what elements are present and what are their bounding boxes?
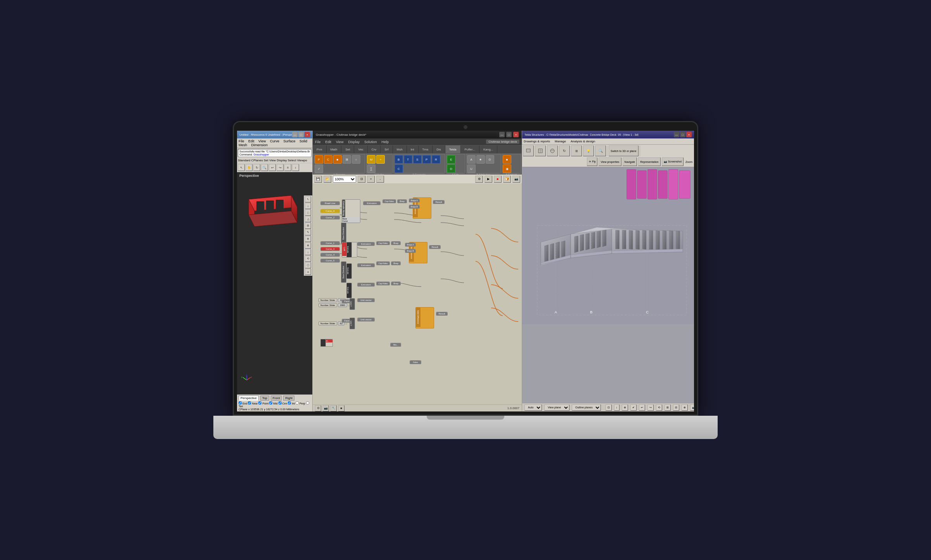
tekla-btn-fly[interactable]: ✈ Fly [587,157,597,166]
node-holes-bottom[interactable]: Holes [410,360,421,364]
node-unit-y-2[interactable]: Unit Y [350,318,355,329]
node-curve-2[interactable]: Curve_2 [320,216,340,220]
rhino-menu-file[interactable]: File [239,139,244,143]
rhino-tool-zoom[interactable]: 🔍 [261,164,268,171]
rhino-close-btn[interactable]: × [305,132,310,137]
gh-tab-label[interactable]: Civilmax bridge deck [486,140,519,144]
rhino-side-tool-6[interactable]: ✎ [305,229,311,235]
node-cap-holes-2[interactable]: Cap Holes [376,241,390,245]
tekla-bottom-btn-6[interactable]: ↪ [647,404,654,411]
gh-rtab-msh[interactable]: Msh [393,145,407,153]
node-breps-a-1[interactable]: Breps A [409,199,420,202]
gh-tb-save[interactable]: 💾 [314,176,322,183]
snap-near[interactable] [248,401,251,404]
node-brep-2[interactable]: Brep [391,241,401,245]
gh-rtab-srf[interactable]: Srf [381,145,393,153]
gh-icon-6-1[interactable]: ■ [503,155,511,164]
gh-status-icon-1[interactable]: ⚙ [315,405,321,411]
node-result-2[interactable]: Result [429,245,441,249]
tekla-bottom-btn-7[interactable]: ⟲ [656,404,662,411]
rhino-side-tool-12[interactable]: ≡ [305,269,311,275]
tekla-bottom-btn-11[interactable]: 📷 [690,404,694,411]
gh-icon-4-1[interactable]: E [447,155,455,164]
rhino-tool-layer[interactable]: ≡ [284,164,291,171]
tekla-tool-3[interactable] [547,145,558,156]
node-breps-b-2[interactable]: Breps B [405,249,416,253]
gh-status-icon-4[interactable]: ■ [338,405,344,411]
gh-icon-5-1[interactable]: A [467,155,476,164]
tekla-menu-manage[interactable]: Manage [555,140,566,143]
rhino-menu-edit[interactable]: Edit [248,139,254,143]
gh-tb-zoom-in[interactable]: + [367,176,375,183]
tekla-close-btn[interactable]: × [686,132,692,137]
tekla-btn-switch-3d[interactable]: Switch to 3D or plane [609,145,639,156]
gh-icon-concrete-4[interactable]: P [422,155,431,164]
rhino-tool-redo[interactable]: ↪ [277,164,284,171]
gh-icon-5-3[interactable]: ⊙ [486,155,494,164]
snap-end[interactable] [239,401,242,404]
node-unit-vector-1[interactable]: Unit vector [357,298,375,302]
tekla-btn-screenshot[interactable]: 📷 Screenshot [662,157,684,166]
gh-icon-math-1[interactable]: M [367,155,376,164]
bottom-node-12[interactable] [320,339,326,347]
tekla-view-plane-select[interactable]: View plane [544,404,569,411]
rhino-side-tool-11[interactable]: ⬡ [305,262,311,268]
gh-icon-params-1[interactable]: P [315,155,323,164]
node-base-dir-2[interactable]: Base Direction [341,261,346,283]
gh-status-icon-3[interactable]: 🔧 [331,405,337,411]
node-extrusion-3[interactable]: Extrusion [357,263,375,267]
node-curve-5[interactable]: Curve_5 [320,259,340,263]
rhino-viewport[interactable]: Perspective [237,172,312,394]
rhino-vp-tab-perspective[interactable]: Perspective [239,396,259,401]
node-result-3[interactable]: Result [436,312,448,316]
gh-zoom-select[interactable]: 100% 75% 50% 125% [333,176,356,183]
gh-icon-concrete-1[interactable]: B [395,155,403,164]
gh-menu-view[interactable]: View [336,140,343,144]
tekla-bottom-btn-8[interactable]: ⊞ [665,404,671,411]
gh-icon-concrete-3[interactable]: S [413,155,422,164]
gh-minimize-btn[interactable]: — [499,132,505,137]
node-brep-3[interactable]: Brep [391,261,401,265]
node-cap-holes-1[interactable]: Cap Holes [382,199,396,203]
gh-icon-concrete-2[interactable]: T [404,155,412,164]
tekla-bottom-btn-10[interactable]: ⊕ [682,404,688,411]
node-extrusion-4[interactable]: Extrusion [357,283,375,287]
tekla-viewport[interactable]: A B C [522,168,694,403]
slider-2-value[interactable]: 2800 [338,303,347,307]
rhino-side-tool-7[interactable]: ⊕ [305,236,311,242]
rhino-tool-select[interactable]: ↖ [238,164,245,171]
tekla-bottom-btn-4[interactable]: ✔ [630,404,637,411]
node-curve-3[interactable]: Curve_3 [320,247,340,251]
tekla-auto-select[interactable]: Auto [524,404,542,411]
tekla-btn-navigate[interactable]: Navigate [623,157,637,166]
tekla-tool-redraw[interactable]: ↻ [559,145,570,156]
gh-menu-solution[interactable]: Solution [364,140,377,144]
gh-tb-camera[interactable]: 📷 [512,176,520,183]
rhino-tool-rotate[interactable]: ↻ [253,164,260,171]
node-curve-a[interactable]: Curve_A [320,209,340,213]
gh-maximize-btn[interactable]: □ [506,132,512,137]
gh-menu-file[interactable]: File [315,140,321,144]
gh-close-btn[interactable]: × [513,132,519,137]
node-breps-a-2[interactable]: Breps A [405,243,416,247]
slider-node-2[interactable]: Number Slider 2800 ⊙ [318,303,350,307]
rhino-menu-dim[interactable]: Dimension [251,143,268,147]
tekla-tool-1[interactable] [523,145,534,156]
node-brep-1[interactable]: Brep [397,199,407,203]
gh-rtab-tekla[interactable]: Tekla [445,145,461,153]
rhino-menu-surface[interactable]: Surface [283,139,295,143]
gh-rtab-puffer[interactable]: Puffer... [461,145,479,153]
rhino-vp-tab-right[interactable]: Right [283,396,294,401]
gh-menu-edit[interactable]: Edit [325,140,332,144]
rhino-tab-select[interactable]: Select [287,159,296,162]
rhino-menu-curve[interactable]: Curve [270,139,279,143]
node-base-dir-1[interactable]: Base Direction [341,223,346,244]
tekla-outline-planes-select[interactable]: Outline planes [572,404,601,411]
gh-tb-zoom-fit[interactable]: ⊡ [358,176,365,183]
gh-icon-concrete-6[interactable]: C [395,164,403,173]
gh-icon-math-3[interactable]: ∑ [367,164,376,173]
gh-canvas[interactable]: Road Line Curve_A Curve_2 Extrude Along [313,184,522,404]
rhino-minimize-btn[interactable]: — [292,132,298,137]
rhino-vp-tab-top[interactable]: Top [260,396,269,401]
rhino-maximize-btn[interactable]: □ [298,132,304,137]
